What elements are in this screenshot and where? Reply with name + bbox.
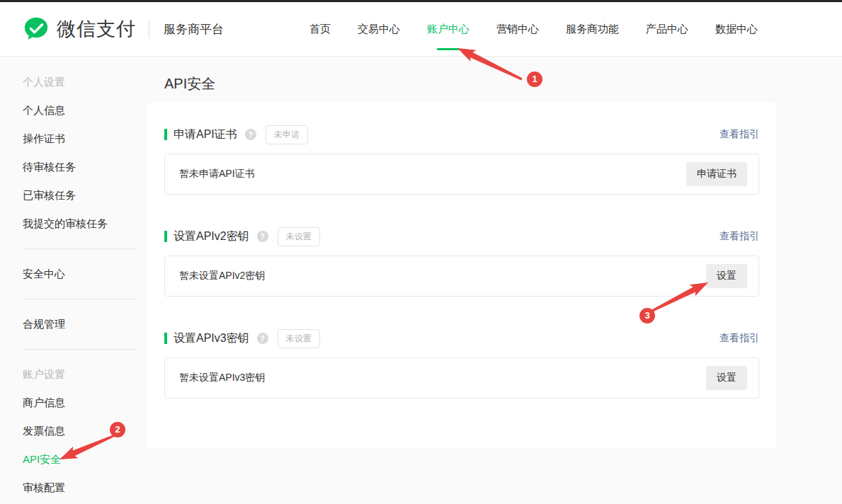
nav-item-product-center[interactable]: 产品中心 (646, 2, 688, 57)
sidebar-item-merchant-info[interactable]: 商户信息 (23, 389, 147, 417)
sidebar-item-personal-info[interactable]: 个人信息 (23, 96, 147, 125)
sidebar-item-invoice-info[interactable]: 发票信息 (23, 417, 147, 445)
sidebar-divider (23, 248, 137, 249)
empty-state-text: 暂未申请API证书 (179, 168, 255, 181)
active-nav-underline (437, 48, 460, 50)
section-header: 设置APIv2密钥 ? 未设置 查看指引 (164, 229, 759, 244)
group-header-account-settings: 账户设置 (23, 360, 147, 389)
sidebar-item-operation-certificate[interactable]: 操作证书 (23, 125, 147, 153)
section-api-certificate: 申请API证书 ? 未申请 查看指引 暂未申请API证书 申请证书 (164, 127, 759, 195)
help-icon[interactable]: ? (245, 129, 256, 140)
brand-name: 微信支付 (57, 16, 136, 42)
empty-state-text: 暂未设置APIv3密钥 (179, 372, 265, 384)
sidebar-item-api-security[interactable]: API安全 (23, 445, 147, 474)
guide-link[interactable]: 查看指引 (719, 230, 759, 243)
nav-item-data-center[interactable]: 数据中心 (715, 2, 758, 57)
section-header: 设置APIv3密钥 ? 未设置 查看指引 (164, 331, 759, 346)
nav-item-transaction-center[interactable]: 交易中心 (358, 2, 400, 57)
section-box: 暂未申请API证书 申请证书 (164, 154, 759, 195)
status-badge: 未设置 (278, 329, 320, 348)
status-badge: 未申请 (266, 125, 308, 144)
guide-link[interactable]: 查看指引 (719, 332, 759, 345)
section-apiv3-key: 设置APIv3密钥 ? 未设置 查看指引 暂未设置APIv3密钥 设置 (164, 331, 759, 399)
sidebar-item-reviewed-tasks[interactable]: 已审核任务 (23, 181, 147, 210)
group-header-personal-settings: 个人设置 (23, 68, 147, 96)
platform-name: 服务商平台 (164, 21, 224, 38)
section-box: 暂未设置APIv3密钥 设置 (164, 357, 759, 399)
sidebar-item-security-center[interactable]: 安全中心 (23, 260, 147, 288)
empty-state-text: 暂未设置APIv2密钥 (179, 270, 265, 282)
nav-item-service-provider-features[interactable]: 服务商功能 (566, 2, 619, 57)
nav-item-account-center[interactable]: 账户中心 (427, 2, 470, 57)
nav-item-home[interactable]: 首页 (309, 2, 331, 57)
sidebar-item-compliance-management[interactable]: 合规管理 (23, 310, 147, 338)
nav-item-marketing-center[interactable]: 营销中心 (496, 2, 539, 57)
set-apiv3-key-button[interactable]: 设置 (706, 366, 747, 390)
section-title: 申请API证书 (173, 127, 237, 142)
help-icon[interactable]: ? (257, 231, 268, 242)
guide-link[interactable]: 查看指引 (719, 128, 759, 141)
sidebar: 个人设置 个人信息 操作证书 待审核任务 已审核任务 我提交的审核任务 安全中心… (0, 57, 147, 502)
page-title: API安全 (164, 74, 776, 93)
section-accent-bar (164, 231, 167, 242)
help-icon[interactable]: ? (257, 333, 268, 344)
header: 微信支付 服务商平台 首页 交易中心 账户中心 营销中心 服务商功能 产品中心 … (0, 2, 842, 57)
brand-area[interactable]: 微信支付 (23, 16, 136, 42)
sidebar-item-pending-review-tasks[interactable]: 待审核任务 (23, 153, 147, 181)
set-apiv2-key-button[interactable]: 设置 (706, 264, 747, 288)
section-box: 暂未设置APIv2密钥 设置 (164, 256, 759, 297)
api-security-card: 申请API证书 ? 未申请 查看指引 暂未申请API证书 申请证书 设置APIv… (147, 103, 776, 448)
section-title: 设置APIv2密钥 (173, 229, 249, 244)
sidebar-item-review-config[interactable]: 审核配置 (23, 474, 147, 502)
status-badge: 未设置 (278, 227, 320, 246)
apply-certificate-button[interactable]: 申请证书 (686, 162, 747, 186)
sidebar-divider (23, 299, 137, 299)
section-accent-bar (164, 333, 167, 344)
section-apiv2-key: 设置APIv2密钥 ? 未设置 查看指引 暂未设置APIv2密钥 设置 (164, 229, 759, 297)
top-nav: 首页 交易中心 账户中心 营销中心 服务商功能 产品中心 数据中心 (309, 2, 758, 57)
brand-divider (149, 20, 149, 38)
wechat-pay-logo-icon (23, 16, 50, 42)
sidebar-item-my-submitted-tasks[interactable]: 我提交的审核任务 (23, 210, 147, 238)
section-title: 设置APIv3密钥 (173, 331, 249, 346)
section-accent-bar (164, 129, 167, 140)
main-content: API安全 申请API证书 ? 未申请 查看指引 暂未申请API证书 申请证书 … (147, 57, 776, 448)
sidebar-divider (23, 349, 137, 350)
section-header: 申请API证书 ? 未申请 查看指引 (164, 127, 759, 142)
